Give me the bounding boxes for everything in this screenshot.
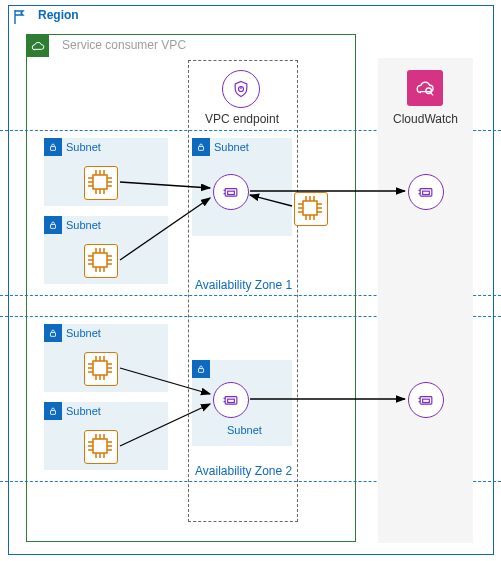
svg-rect-50 <box>51 333 56 337</box>
subnet-label: Subnet <box>66 219 101 231</box>
svg-rect-37 <box>303 201 317 215</box>
svg-rect-64 <box>51 411 56 415</box>
lock-icon <box>44 138 62 156</box>
svg-rect-65 <box>93 439 107 453</box>
network-interface-icon <box>408 382 444 418</box>
subnet-label: Subnet <box>214 141 249 153</box>
diagram-canvas: Region CloudWatch Service consumer VPC V… <box>0 0 501 561</box>
svg-rect-5 <box>93 175 107 189</box>
lock-icon <box>192 138 210 156</box>
network-interface-icon <box>408 174 444 210</box>
ec2-instance-icon <box>294 192 328 226</box>
svg-rect-80 <box>228 399 235 402</box>
subnet-label: Subnet <box>227 424 262 436</box>
vpc-label: Service consumer VPC <box>62 38 186 52</box>
lock-icon <box>44 216 62 234</box>
subnet-label: Subnet <box>66 405 101 417</box>
svg-rect-78 <box>199 369 204 373</box>
ec2-instance-icon <box>84 430 118 464</box>
network-interface-icon <box>213 382 249 418</box>
cloudwatch-label: CloudWatch <box>378 112 473 126</box>
region-label: Region <box>38 8 79 22</box>
lock-icon <box>44 324 62 342</box>
az-label: Availability Zone 1 <box>195 278 292 292</box>
cloudwatch-column <box>378 58 473 543</box>
svg-rect-4 <box>51 147 56 151</box>
cloud-icon <box>27 35 49 57</box>
network-interface-icon <box>213 174 249 210</box>
lock-icon <box>44 402 62 420</box>
svg-rect-32 <box>199 147 204 151</box>
svg-rect-34 <box>228 191 235 194</box>
cloudwatch-icon <box>407 70 443 106</box>
svg-rect-19 <box>93 253 107 267</box>
vpc-endpoint-icon <box>222 70 260 108</box>
lock-icon <box>192 360 210 378</box>
ec2-instance-icon <box>84 244 118 278</box>
svg-line-1 <box>431 93 434 96</box>
ec2-instance-icon <box>84 166 118 200</box>
ec2-instance-icon <box>84 352 118 386</box>
svg-rect-88 <box>423 399 430 402</box>
vpc-endpoint-label: VPC endpoint <box>192 112 292 126</box>
flag-icon <box>10 7 30 27</box>
svg-rect-18 <box>51 225 56 229</box>
svg-rect-51 <box>93 361 107 375</box>
subnet-label: Subnet <box>66 141 101 153</box>
subnet-label: Subnet <box>66 327 101 339</box>
az-label: Availability Zone 2 <box>195 464 292 478</box>
svg-rect-84 <box>423 191 430 194</box>
